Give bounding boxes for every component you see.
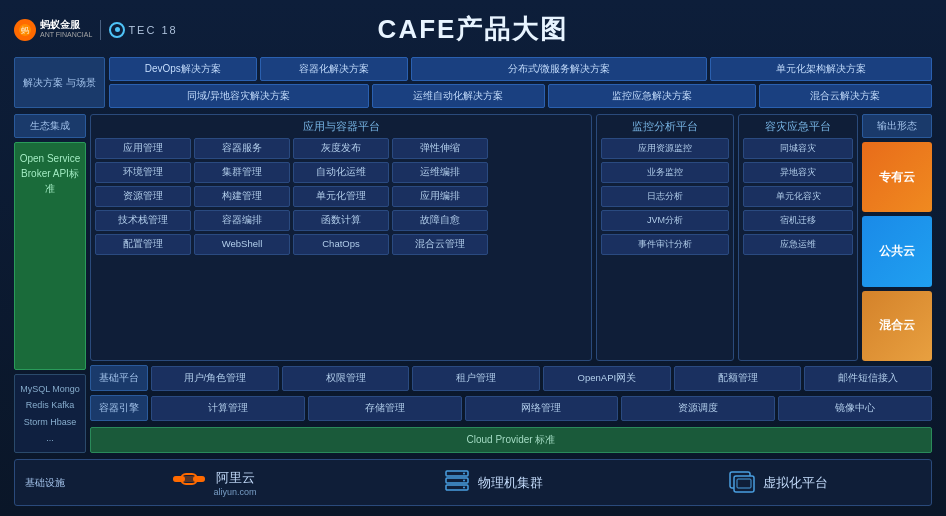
ant-financial-logo: 蚂 蚂蚁金服 ANT FINANCIAL xyxy=(14,19,92,41)
virtual-text: 虚拟化平台 xyxy=(763,474,828,492)
remote-dr: 异地容灾 xyxy=(743,162,853,183)
ecosystem-label: 生态集成 xyxy=(14,114,86,138)
sol-unit: 单元化架构解决方案 xyxy=(710,57,932,81)
atec-circle-icon xyxy=(109,22,125,38)
right-output: 输出形态 专有云 公共云 混合云 xyxy=(862,114,932,361)
quota-mgmt: 配额管理 xyxy=(674,366,802,391)
main-container: 蚂 蚂蚁金服 ANT FINANCIAL TEC 18 CAFE产品大图 解决方… xyxy=(0,0,946,516)
infra-items: 阿里云 aliyun.com 物理机集群 xyxy=(79,466,921,499)
aliyun-url: aliyun.com xyxy=(213,487,256,497)
atec-logo: TEC 18 xyxy=(109,22,177,38)
main-content: 生态集成 Open Service Broker API标准 MySQL Mon… xyxy=(14,114,932,453)
virtual-icon xyxy=(727,469,757,497)
jvm-analysis: JVM分析 xyxy=(601,210,729,231)
resource-sched: 资源调度 xyxy=(621,396,775,421)
virtual-item: 虚拟化平台 xyxy=(727,469,828,497)
app-res-monitor: 应用资源监控 xyxy=(601,138,729,159)
disaster-title: 容灾应急平台 xyxy=(743,119,853,134)
biz-monitor: 业务监控 xyxy=(601,162,729,183)
network-mgmt: 网络管理 xyxy=(465,396,619,421)
hybrid-cloud-btn: 混合云 xyxy=(862,291,932,361)
env-mgmt: 环境管理 xyxy=(95,162,191,183)
svg-rect-3 xyxy=(173,476,185,482)
infrastructure-row: 基础设施 阿里云 aliyun.com xyxy=(14,459,932,506)
sol-ops: 运维自动化解决方案 xyxy=(372,84,545,108)
cloud-provider: Cloud Provider 标准 xyxy=(90,427,932,453)
sol-hybrid: 混合云解决方案 xyxy=(759,84,932,108)
eco-items: MySQL Mongo Redis Kafka Storm Hbase ... xyxy=(14,374,86,453)
container-arrange: 容器编排 xyxy=(194,210,290,231)
cluster-mgmt: 集群管理 xyxy=(194,162,290,183)
aliyun-text: 阿里云 xyxy=(216,469,255,487)
physical-icon xyxy=(442,469,472,497)
storage-mgmt: 存储管理 xyxy=(308,396,462,421)
physical-item: 物理机集群 xyxy=(442,469,543,497)
atec-text: TEC 18 xyxy=(128,24,177,36)
event-audit: 事件审计分析 xyxy=(601,234,729,255)
svg-text:蚂: 蚂 xyxy=(21,26,29,35)
private-cloud-btn: 专有云 xyxy=(862,142,932,212)
ant-text: 蚂蚁金服 ANT FINANCIAL xyxy=(40,19,92,39)
solutions-label: 解决方案 与场景 xyxy=(14,57,105,108)
build-mgmt: 构建管理 xyxy=(194,186,290,207)
unit-mgmt: 单元化管理 xyxy=(293,186,389,207)
image-center: 镜像中心 xyxy=(778,396,932,421)
app-mgmt: 应用管理 xyxy=(95,138,191,159)
unit-dr: 单元化容灾 xyxy=(743,186,853,207)
same-city-dr: 同城容灾 xyxy=(743,138,853,159)
sol-devops: DevOps解决方案 xyxy=(109,57,257,81)
infra-label: 基础设施 xyxy=(25,476,75,490)
svg-point-9 xyxy=(463,472,465,474)
open-service-box: Open Service Broker API标准 xyxy=(14,142,86,370)
tech-stack: 技术栈管理 xyxy=(95,210,191,231)
app-arrange: 应用编排 xyxy=(392,186,488,207)
svg-point-11 xyxy=(463,486,465,488)
physical-text: 物理机集群 xyxy=(478,474,543,492)
gray-release: 灰度发布 xyxy=(293,138,389,159)
container-engine-cells: 计算管理 存储管理 网络管理 资源调度 镜像中心 xyxy=(151,396,932,421)
base-platform-row: 基础平台 用户/角色管理 权限管理 租户管理 OpenAPI网关 配额管理 邮件… xyxy=(90,365,932,391)
res-mgmt: 资源管理 xyxy=(95,186,191,207)
hybrid-cloud-mgmt: 混合云管理 xyxy=(392,234,488,255)
app-platform: 应用与容器平台 应用管理 容器服务 灰度发布 弹性伸缩 环境管理 集群管理 自动… xyxy=(90,114,592,361)
auto-ops: 自动化运维 xyxy=(293,162,389,183)
tenant-mgmt: 租户管理 xyxy=(412,366,540,391)
logo-area: 蚂 蚂蚁金服 ANT FINANCIAL TEC 18 xyxy=(14,19,178,41)
permission-mgmt: 权限管理 xyxy=(282,366,410,391)
header: 蚂 蚂蚁金服 ANT FINANCIAL TEC 18 CAFE产品大图 xyxy=(14,10,932,51)
monitor-title: 监控分析平台 xyxy=(601,119,729,134)
chatops: ChatOps xyxy=(293,234,389,255)
container-engine-label: 容器引擎 xyxy=(90,395,148,421)
output-label: 输出形态 xyxy=(862,114,932,138)
host-migrate: 宿机迁移 xyxy=(743,210,853,231)
log-analysis: 日志分析 xyxy=(601,186,729,207)
svg-rect-4 xyxy=(193,476,205,482)
aliyun-item: 阿里云 aliyun.com xyxy=(171,466,256,499)
sol-disaster: 同域/异地容灾解决方案 xyxy=(109,84,369,108)
container-svc: 容器服务 xyxy=(194,138,290,159)
page-title: CAFE产品大图 xyxy=(378,12,569,47)
logo-divider xyxy=(100,20,101,40)
openapi-gateway: OpenAPI网关 xyxy=(543,366,671,391)
user-role-mgmt: 用户/角色管理 xyxy=(151,366,279,391)
public-cloud-btn: 公共云 xyxy=(862,216,932,286)
compute-mgmt: 计算管理 xyxy=(151,396,305,421)
left-sidebar: 生态集成 Open Service Broker API标准 MySQL Mon… xyxy=(14,114,86,453)
webshell: WebShell xyxy=(194,234,290,255)
aliyun-icon xyxy=(171,466,207,499)
base-platform-cells: 用户/角色管理 权限管理 租户管理 OpenAPI网关 配额管理 邮件短信接入 xyxy=(151,366,932,391)
base-platform-label: 基础平台 xyxy=(90,365,148,391)
sol-microservice: 分布式/微服务解决方案 xyxy=(411,57,707,81)
disaster-platform: 容灾应急平台 同城容灾 异地容灾 单元化容灾 宿机迁移 应急运维 xyxy=(738,114,858,361)
config-mgmt: 配置管理 xyxy=(95,234,191,255)
func-compute: 函数计算 xyxy=(293,210,389,231)
solutions-row: 解决方案 与场景 DevOps解决方案 容器化解决方案 分布式/微服务解决方案 … xyxy=(14,57,932,108)
ant-icon: 蚂 xyxy=(14,19,36,41)
ops-arrange: 运维编排 xyxy=(392,162,488,183)
svg-point-10 xyxy=(463,479,465,481)
email-sms: 邮件短信接入 xyxy=(804,366,932,391)
elastic: 弹性伸缩 xyxy=(392,138,488,159)
sol-container: 容器化解决方案 xyxy=(260,57,408,81)
emergency-ops: 应急运维 xyxy=(743,234,853,255)
app-platform-title: 应用与容器平台 xyxy=(95,119,587,134)
